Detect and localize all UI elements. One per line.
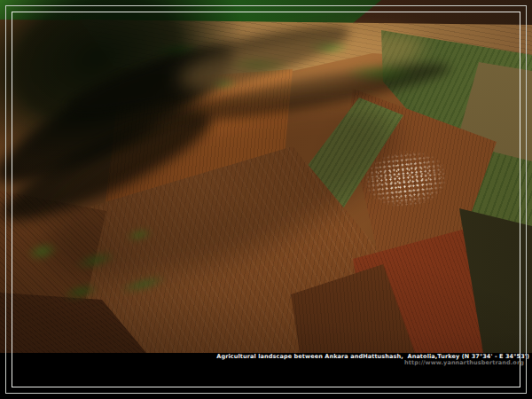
wallpaper: Agricultural landscape between Ankara an… xyxy=(0,0,532,399)
photo-caption: Agricultural landscape between Ankara an… xyxy=(216,354,529,366)
aerial-photo xyxy=(0,0,532,353)
caption-url: http://www.yannarthusbertrand.org xyxy=(216,360,529,366)
photo-vignette xyxy=(0,0,532,353)
